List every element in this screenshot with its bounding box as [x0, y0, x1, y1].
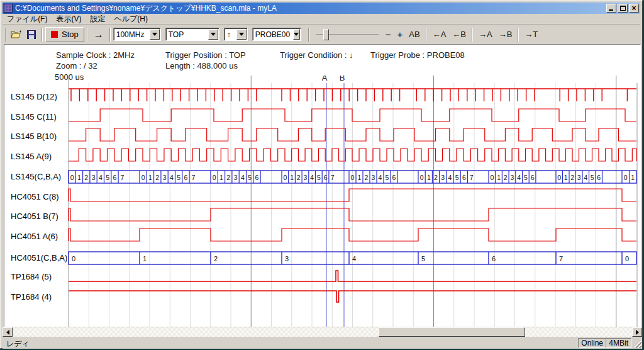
waveform-client-area: Sample Clock : 2MHz Trigger Position : T… [4, 44, 641, 327]
bus-value: 4 [379, 174, 382, 181]
trigger-position-value: TOP [166, 30, 208, 39]
bus-value: 0 [557, 174, 561, 181]
combo-drop-button[interactable] [208, 29, 218, 40]
bus-value: 4 [241, 174, 245, 181]
set-cursor-a-button[interactable]: →A [475, 28, 496, 40]
stop-button[interactable]: Stop [45, 27, 84, 42]
screen: C:¥Documents and Settings¥noname¥デスクトップ¥… [0, 0, 644, 350]
trigger-edge-combo[interactable]: ↑ [224, 28, 248, 41]
bus-value: 2 [84, 174, 88, 181]
minimize-icon [609, 9, 613, 11]
slider-thumb[interactable] [323, 29, 329, 40]
waveform-canvas[interactable]: AB01234567012345670123456012345670123456… [4, 76, 641, 327]
goto-cursor-b-button[interactable]: ←B [449, 28, 469, 40]
scroll-left-button[interactable] [3, 327, 13, 337]
bus-value: 4 [170, 174, 174, 181]
close-button[interactable]: × [629, 4, 639, 13]
bus-value: 2 [214, 255, 218, 262]
goto-cursor-a-button[interactable]: ←A [430, 28, 450, 40]
scrollbar-thumb[interactable] [379, 327, 525, 337]
bus-value: 0 [142, 174, 145, 181]
bus-value: 0 [624, 174, 628, 181]
bus-value: 0 [213, 174, 216, 181]
bus-value: 4 [99, 174, 103, 181]
trace-LS145 C(11) [69, 109, 636, 121]
bus-value: 3 [234, 174, 238, 181]
combo-drop-button[interactable] [236, 29, 247, 40]
combo-drop-button[interactable] [150, 29, 160, 40]
bus-value: 3 [285, 255, 289, 262]
bus-value: 5 [386, 174, 389, 181]
trigger-probe-text: Trigger Probe : PROBE08 [370, 50, 465, 60]
toolbar-separator [87, 28, 88, 42]
trigger-position-text: Trigger Position : TOP [165, 50, 246, 60]
toolbar-separator [5, 28, 6, 42]
bus-value: 3 [92, 174, 96, 181]
zoom-out-button[interactable]: − [382, 28, 394, 41]
bus-value: 1 [564, 174, 568, 181]
sample-rate-combo[interactable]: 100MHz [113, 28, 161, 41]
bus-value: 6 [113, 174, 117, 181]
bus-value: 2 [504, 174, 508, 181]
stop-label: Stop [62, 30, 79, 39]
close-icon: × [631, 5, 636, 11]
bus-value: 5 [421, 255, 425, 262]
app-icon [4, 4, 13, 13]
bus-value: 0 [351, 174, 355, 181]
menu-settings[interactable]: 設定 [86, 13, 109, 25]
bus-value: 4 [310, 174, 314, 181]
bus-value: 5 [177, 174, 180, 181]
menu-file[interactable]: ファイル(F) [3, 13, 52, 25]
bus-value: 7 [559, 255, 563, 262]
menu-help[interactable]: ヘルプ(H) [109, 13, 152, 25]
bus-value: 7 [331, 174, 335, 181]
probe-combo[interactable]: PROBE00 [252, 28, 301, 41]
run-button[interactable]: → [91, 28, 107, 42]
horizontal-scrollbar[interactable] [3, 327, 642, 337]
zoom-in-button[interactable]: + [394, 28, 406, 41]
bus-value: 2 [155, 174, 159, 181]
toolbar-separator [308, 28, 309, 42]
logic-analyzer-window: C:¥Documents and Settings¥noname¥デスクトップ¥… [0, 0, 643, 349]
chevron-down-icon [211, 33, 216, 36]
goto-trigger-button[interactable]: →T [521, 28, 541, 40]
bus-value: 0 [420, 174, 424, 181]
open-folder-icon [11, 30, 22, 39]
combo-drop-button[interactable] [293, 29, 300, 40]
bus-value: 0 [283, 174, 287, 181]
toolbar-separator [109, 28, 111, 42]
title-bar[interactable]: C:¥Documents and Settings¥noname¥デスクトップ¥… [3, 3, 640, 14]
bus-value: 6 [597, 174, 601, 181]
bus-value: 1 [219, 174, 223, 181]
bus-value: 5 [317, 174, 321, 181]
bus-value: 4 [584, 174, 587, 181]
trace-LS145 A(9) [69, 149, 636, 161]
sample-clock-text: Sample Clock : 2MHz [56, 50, 135, 60]
scroll-right-button[interactable] [632, 327, 642, 337]
minimize-button[interactable] [606, 4, 616, 13]
resize-grip[interactable] [634, 341, 641, 348]
bus-value: 5 [455, 174, 459, 181]
ab-button[interactable]: AB [406, 28, 423, 40]
zoom-slider[interactable] [316, 28, 379, 42]
trigger-condition-text: Trigger Condition : ↓ [280, 50, 353, 60]
bus-value: 6 [531, 174, 535, 181]
trigger-edge-value: ↑ [225, 30, 236, 39]
maximize-button[interactable] [618, 4, 628, 13]
bus-value: 1 [497, 174, 501, 181]
bus-value: 3 [372, 174, 375, 181]
set-cursor-b-button[interactable]: →B [496, 28, 516, 40]
trigger-position-combo[interactable]: TOP [165, 28, 219, 41]
maximize-icon [620, 6, 626, 11]
save-button[interactable] [24, 28, 39, 42]
bus-value: 6 [462, 174, 466, 181]
bus-value: 0 [72, 255, 75, 262]
bus-value: 6 [255, 174, 259, 181]
zoom-text: Zoom : / 32 [56, 61, 97, 71]
toolbar-separator [42, 28, 43, 42]
menu-bar: ファイル(F) 表示(V) 設定 ヘルプ(H) [3, 14, 640, 25]
open-file-button[interactable] [9, 28, 24, 42]
sample-rate-value: 100MHz [114, 30, 149, 39]
bus-value: 0 [625, 255, 629, 262]
menu-view[interactable]: 表示(V) [52, 13, 86, 25]
